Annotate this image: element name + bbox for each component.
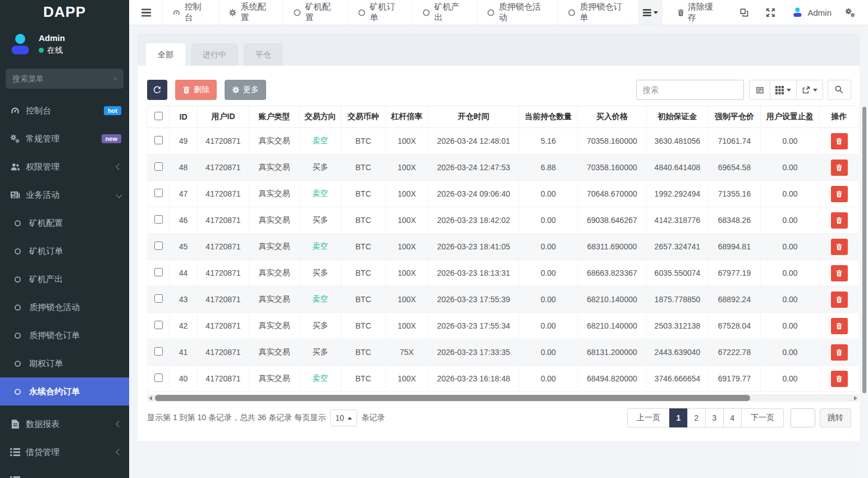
sidebar-item-general[interactable]: 常规管理 new <box>0 125 129 153</box>
sidebar-item-permissions[interactable]: 权限管理 <box>0 153 129 181</box>
language-icon[interactable] <box>739 8 749 17</box>
page-button-1[interactable]: 1 <box>669 408 688 427</box>
columns-button[interactable] <box>770 80 797 100</box>
cell-force-price: 67222.78 <box>709 339 761 366</box>
cell-force-price: 68994.81 <box>709 234 761 260</box>
row-delete-button[interactable] <box>831 186 848 202</box>
trash-icon <box>835 270 843 277</box>
cell-buy-price: 68210.140000 <box>578 286 647 313</box>
prev-page-button[interactable]: 上一页 <box>627 408 670 427</box>
vertical-scrollbar <box>861 26 868 478</box>
tab-all[interactable]: 全部 <box>146 43 185 66</box>
settings-gears-icon[interactable] <box>845 7 856 18</box>
table-search-input[interactable] <box>636 80 744 100</box>
fullscreen-icon[interactable] <box>766 8 775 17</box>
topnav-console[interactable]: 控制台 <box>162 0 219 25</box>
sidebar-item-reports[interactable]: 数据报表 <box>0 410 129 438</box>
cell-position: 0.00 <box>519 260 578 286</box>
next-page-button[interactable]: 下一页 <box>741 408 784 427</box>
row-delete-button[interactable] <box>831 371 848 387</box>
topnav-miner-orders[interactable]: 矿机订单 <box>348 0 413 25</box>
row-checkbox[interactable] <box>154 189 163 197</box>
tab-ongoing[interactable]: 进行中 <box>191 43 238 66</box>
row-checkbox[interactable] <box>154 268 163 276</box>
col-force-price: 强制平仓价 <box>709 106 761 128</box>
jump-page-input[interactable] <box>791 408 815 427</box>
cell-user-id: 41720871 <box>198 234 249 260</box>
sidebar-submenu-item[interactable]: 期权订单 <box>0 349 129 377</box>
row-delete-button[interactable] <box>831 318 848 334</box>
row-delete-button[interactable] <box>831 265 848 281</box>
circle-icon <box>422 8 431 17</box>
row-checkbox[interactable] <box>154 347 163 356</box>
sidebar-submenu-item[interactable]: 永续合约订单 <box>0 377 129 406</box>
refresh-button[interactable] <box>147 80 167 100</box>
sidebar-submenu-item[interactable]: 矿机订单 <box>0 237 129 265</box>
horizontal-scrollbar-thumb[interactable] <box>155 395 750 401</box>
col-position: 当前持仓数量 <box>519 106 578 128</box>
sidebar-search-input[interactable] <box>12 74 114 83</box>
cell-direction: 卖空 <box>300 128 341 154</box>
row-delete-button[interactable] <box>831 292 848 308</box>
topnav-miner-config[interactable]: 矿机配置 <box>284 0 348 25</box>
page-button-4[interactable]: 4 <box>723 408 742 427</box>
row-checkbox[interactable] <box>154 374 163 382</box>
sidebar-item-lending[interactable]: 借贷管理 <box>0 438 129 466</box>
clear-cache-button[interactable]: 清除缓存 <box>677 2 720 23</box>
scroll-right-arrow-icon[interactable] <box>854 396 857 400</box>
cell-coin: BTC <box>341 128 386 154</box>
sidebar-submenu-item[interactable]: 质押锁仓订单 <box>0 321 129 349</box>
cell-id: 48 <box>170 154 198 181</box>
sidebar-submenu-item[interactable]: 质押锁仓活动 <box>0 293 129 321</box>
nav-overflow-button[interactable] <box>639 0 663 25</box>
col-coin: 交易币种 <box>341 106 386 128</box>
scroll-left-arrow-icon[interactable] <box>149 396 152 400</box>
row-delete-button[interactable] <box>831 239 848 255</box>
sidebar-submenu-item[interactable]: 矿机产出 <box>0 265 129 293</box>
topnav-system-config[interactable]: 系统配置 <box>219 0 284 25</box>
jump-button[interactable]: 跳转 <box>820 408 851 427</box>
topnav-miner-output[interactable]: 矿机产出 <box>413 0 477 25</box>
sidebar-item-partial[interactable] <box>0 466 129 478</box>
row-checkbox[interactable] <box>154 242 163 250</box>
more-button[interactable]: 更多 <box>225 80 266 100</box>
page-size-select[interactable]: 10 <box>330 409 357 426</box>
row-checkbox[interactable] <box>154 294 163 303</box>
trash-icon <box>835 243 843 251</box>
cell-user-id: 41720871 <box>198 181 249 207</box>
row-delete-button[interactable] <box>831 160 848 176</box>
view-button-group <box>750 80 823 100</box>
detail-view-button[interactable] <box>749 80 770 100</box>
vertical-scrollbar-thumb[interactable] <box>862 107 866 393</box>
topnav-staking-activity[interactable]: 质押锁仓活动 <box>477 0 558 25</box>
sidebar-submenu-item[interactable]: 矿机配置 <box>0 209 129 237</box>
admin-name[interactable]: Admin <box>807 8 832 17</box>
row-delete-button[interactable] <box>831 344 848 361</box>
cell-margin: 2657.324741 <box>647 234 709 260</box>
row-delete-button[interactable] <box>831 212 848 229</box>
sidebar-item-business[interactable]: 业务活动 <box>0 181 129 209</box>
row-checkbox[interactable] <box>154 136 163 144</box>
row-checkbox[interactable] <box>154 215 163 224</box>
row-checkbox[interactable] <box>154 162 163 171</box>
tab-closed[interactable]: 平仓 <box>244 43 283 66</box>
cell-position: 0.00 <box>519 234 578 260</box>
cell-buy-price: 70358.160000 <box>578 154 647 181</box>
avatar[interactable] <box>792 6 803 19</box>
select-all-checkbox[interactable] <box>154 112 163 120</box>
row-checkbox[interactable] <box>154 321 163 329</box>
page-button-3[interactable]: 3 <box>705 408 724 427</box>
row-delete-button[interactable] <box>831 133 848 149</box>
cell-user-id: 41720871 <box>198 154 249 181</box>
page-button-2[interactable]: 2 <box>687 408 706 427</box>
cell-position: 5.16 <box>519 128 578 154</box>
topnav-staking-orders[interactable]: 质押锁仓订单 <box>558 0 639 25</box>
cell-buy-price: 68131.200000 <box>578 339 647 366</box>
delete-button[interactable]: 删除 <box>175 80 217 100</box>
search-button[interactable] <box>828 80 851 100</box>
menu-toggle-icon[interactable] <box>141 8 151 17</box>
sidebar-item-console[interactable]: 控制台 hot <box>0 97 129 125</box>
export-button[interactable] <box>796 80 823 100</box>
cell-open-time: 2026-03-23 18:41:05 <box>428 234 519 260</box>
caret-down-icon <box>654 11 658 14</box>
